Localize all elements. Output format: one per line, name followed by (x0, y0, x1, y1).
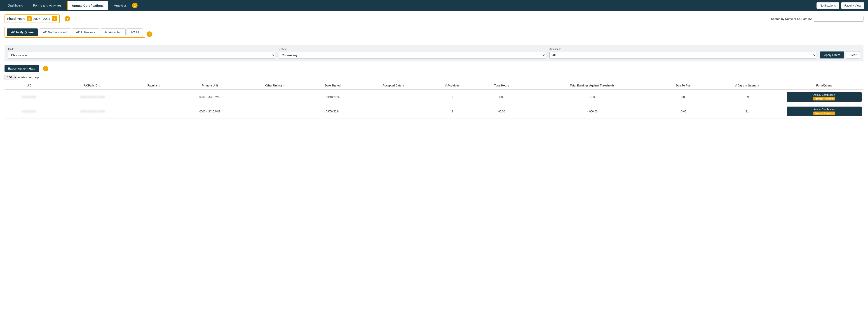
entries-label: entries per page (18, 76, 39, 79)
export-button[interactable]: Export current data (4, 65, 39, 72)
data-table: UID UCPath ID ▲ Faculty ▲ Primary Unit O… (4, 82, 864, 119)
cell-primary-unit: 0000 - UC DAVIS (177, 104, 244, 119)
ucpath-sort-icon: ▲ (99, 85, 101, 87)
filter-unit-label: Unit: (8, 47, 275, 51)
accepted-date-sort-icon: ⬍ (403, 85, 404, 87)
fiscal-prev-button[interactable]: < (27, 16, 32, 21)
cell-days-in-queue: 69 (710, 90, 785, 104)
navbar-right: Notifications Faculty View (816, 2, 864, 9)
filter-actions: Apply Filters Clear (820, 51, 860, 59)
cell-days-in-queue: 81 (710, 104, 785, 119)
cell-uid: XXXXXXXX (4, 104, 54, 119)
filter-policy-group: Policy: Choose any (279, 47, 546, 59)
export-row: Export current data 4 (4, 65, 864, 72)
filter-activities-label: Activities: (550, 47, 816, 51)
entries-row: 10 25 50 100 entries per page (4, 75, 864, 80)
cell-form-queue[interactable]: Annual Certification Provost Reviewer (785, 104, 864, 119)
nav-items: Dashboard Forms and Activities Annual Ce… (4, 1, 816, 10)
step-badge-1: 1 (65, 16, 70, 22)
tabs-row: AC In My Queue AC Not Submitted AC In Pr… (4, 27, 145, 38)
form-queue-title: Annual Certification (788, 94, 860, 96)
nav-forms-activities[interactable]: Forms and Activities (29, 1, 65, 10)
nav-analytics[interactable]: Analytics (110, 1, 131, 10)
col-other-units: Other Unit(s) ⬍ (244, 82, 307, 90)
form-queue-badge: Provost Reviewer (813, 97, 835, 100)
cell-other-units (244, 104, 307, 119)
filters-bar: Unit: Choose one Policy: Choose any Acti… (4, 45, 864, 61)
search-label: Search by Name or UCPath ID: (771, 17, 812, 21)
fiscal-year-box: Fiscal Year: < 2023 - 2024 > (4, 14, 60, 23)
filter-policy-label: Policy: (279, 47, 546, 51)
fiscal-year-label: Fiscal Year: (7, 17, 25, 21)
step-badge-4: 4 (43, 66, 48, 71)
filter-policy-select[interactable]: Choose any (279, 52, 546, 59)
col-due-to-plan: Due To Plan (658, 82, 709, 90)
table-header-row: UID UCPath ID ▲ Faculty ▲ Primary Unit O… (4, 82, 864, 90)
form-queue-badge: Provost Reviewer (813, 111, 835, 115)
col-num-activities: # Activities (428, 82, 476, 90)
form-queue-cell[interactable]: Annual Certification Provost Reviewer (787, 106, 862, 116)
cell-faculty (131, 104, 177, 119)
cell-total-hours: 96.00 (476, 104, 527, 119)
col-date-signed: Date Signed (307, 82, 359, 90)
navbar: Dashboard Forms and Activities Annual Ce… (0, 0, 868, 11)
cell-form-queue[interactable]: Annual Certification Provost Reviewer (785, 90, 864, 104)
cell-total-earnings: 0.00 (527, 90, 658, 104)
col-total-earnings: Total Earnings Against Thresholds (527, 82, 658, 90)
notifications-button[interactable]: Notifications (816, 2, 839, 9)
col-ucpath-id[interactable]: UCPath ID ▲ (54, 82, 131, 90)
cell-uid: XXXXXXXX (4, 90, 54, 104)
form-queue-cell[interactable]: Annual Certification Provost Reviewer (787, 92, 862, 102)
cell-faculty (131, 90, 177, 104)
cell-total-hours: 0.00 (476, 90, 527, 104)
col-days-in-queue: # Days in Queue ⬍ (710, 82, 785, 90)
faculty-view-button[interactable]: Faculty View (841, 2, 864, 9)
step-badge-3: 3 (147, 31, 152, 37)
filter-unit-select[interactable]: Choose one (8, 52, 275, 59)
tab-in-queue[interactable]: AC In My Queue (7, 28, 38, 36)
other-units-sort-icon: ⬍ (283, 85, 285, 87)
filter-activities-group: Activities: All (550, 47, 816, 59)
tab-accepted[interactable]: AC Accepted (100, 28, 126, 36)
nav-dashboard[interactable]: Dashboard (4, 1, 27, 10)
col-total-hours: Total Hours (476, 82, 527, 90)
days-sort-icon: ⬍ (757, 85, 759, 87)
cell-ucpath-id: XXXX XXXXX XXXX (54, 90, 131, 104)
fiscal-next-button[interactable]: > (52, 16, 57, 21)
fiscal-search-row: Fiscal Year: < 2023 - 2024 > 1 Search by… (4, 14, 864, 23)
search-row: Search by Name or UCPath ID: (771, 16, 864, 22)
cell-due-to-plan: 0.00 (658, 90, 709, 104)
clear-filters-button[interactable]: Clear (846, 51, 860, 59)
tab-in-process[interactable]: AC In Process (72, 28, 99, 36)
tab-all[interactable]: AC All (126, 28, 143, 36)
filter-unit-group: Unit: Choose one (8, 47, 275, 59)
cell-ucpath-id: XXXX XXXXX XXXX (54, 104, 131, 119)
cell-num-activities: 2 (428, 104, 476, 119)
col-uid: UID (4, 82, 54, 90)
cell-other-units (244, 90, 307, 104)
cell-primary-unit: 0000 - UC DAVIS (177, 90, 244, 104)
fiscal-year-value: 2023 - 2024 (33, 17, 51, 21)
faculty-sort-icon: ▲ (158, 85, 160, 87)
cell-num-activities: 0 (428, 90, 476, 104)
col-form-queue: Form/Queue (785, 82, 864, 90)
table-row: XXXXXXXX XXXX XXXXX XXXX 0000 - UC DAVIS… (4, 104, 864, 119)
cell-date-signed: 09/06/2024 (307, 104, 359, 119)
cell-date-signed: 09/18/2024 (307, 90, 359, 104)
tab-not-submitted[interactable]: AC Not Submitted (39, 28, 71, 36)
main-content: Fiscal Year: < 2023 - 2024 > 1 Search by… (0, 11, 868, 326)
cell-accepted-date (359, 90, 428, 104)
apply-filters-button[interactable]: Apply Filters (820, 52, 844, 59)
form-queue-title: Annual Certification (788, 108, 860, 110)
filter-activities-select[interactable]: All (550, 52, 816, 59)
entries-per-page-select[interactable]: 10 25 50 100 (4, 75, 17, 80)
search-input[interactable] (814, 16, 864, 22)
col-accepted-date: Accepted Date ⬍ (359, 82, 428, 90)
col-faculty[interactable]: Faculty ▲ (131, 82, 177, 90)
cell-total-earnings: 4,000.00 (527, 104, 658, 119)
cell-accepted-date (359, 104, 428, 119)
table-row: XXXXXXXX XXXX XXXXX XXXX 0000 - UC DAVIS… (4, 90, 864, 104)
cell-due-to-plan: 0.00 (658, 104, 709, 119)
nav-annual-certifications[interactable]: Annual Certifications (67, 1, 108, 10)
step-badge-2: 2 (132, 3, 137, 8)
